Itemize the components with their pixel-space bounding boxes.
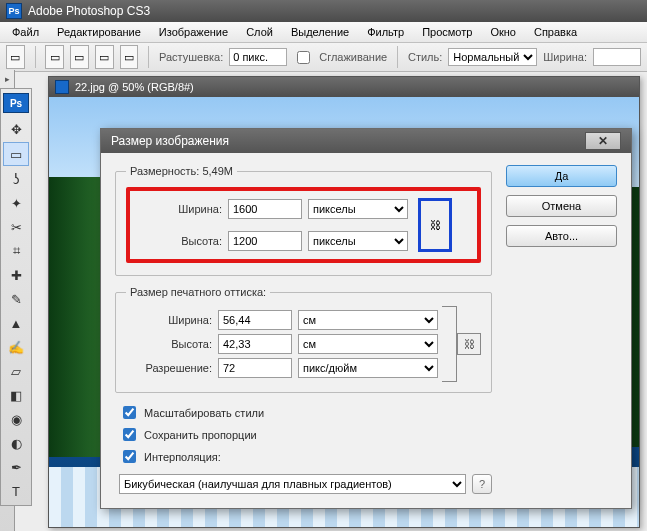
constrain-checkbox-label[interactable]: Сохранить пропорции <box>119 425 492 444</box>
toolbox: Ps ✥ ▭ ʖ ✦ ✂ ⌗ ✚ ✎ ▲ ✍ ▱ ◧ ◉ ◐ ✒ T <box>0 88 32 506</box>
dialog-titlebar[interactable]: Размер изображения ✕ <box>101 129 631 153</box>
scale-styles-checkbox[interactable] <box>123 406 136 419</box>
separator <box>35 46 36 68</box>
close-button[interactable]: ✕ <box>585 132 621 150</box>
auto-button[interactable]: Авто... <box>506 225 617 247</box>
document-title: 22.jpg @ 50% (RGB/8#) <box>75 81 194 93</box>
link-icon[interactable]: ⛓ <box>457 333 481 355</box>
px-width-label: Ширина: <box>136 203 222 215</box>
feather-input[interactable] <box>229 48 287 66</box>
dialog-title: Размер изображения <box>111 134 229 148</box>
tool-pen[interactable]: ✒ <box>4 456 28 478</box>
width-input[interactable] <box>593 48 641 66</box>
document-titlebar[interactable]: 22.jpg @ 50% (RGB/8#) <box>49 77 639 97</box>
px-width-unit-select[interactable]: пикселы <box>308 199 408 219</box>
print-height-unit-select[interactable]: см <box>298 334 438 354</box>
resolution-unit-select[interactable]: пикс/дюйм <box>298 358 438 378</box>
chevron-right-icon: ▸ <box>5 74 10 84</box>
scale-styles-checkbox-label[interactable]: Масштабировать стили <box>119 403 492 422</box>
menu-edit[interactable]: Редактирование <box>49 24 149 40</box>
tool-move[interactable]: ✥ <box>4 118 28 140</box>
tool-heal[interactable]: ✚ <box>4 264 28 286</box>
tool-dodge[interactable]: ◐ <box>4 432 28 454</box>
app-title: Adobe Photoshop CS3 <box>28 4 150 18</box>
app-logo-icon: Ps <box>6 3 22 19</box>
resample-checkbox[interactable] <box>123 450 136 463</box>
tool-preset-icon[interactable]: ▭ <box>6 45 25 69</box>
tool-history-brush[interactable]: ✍ <box>4 336 28 358</box>
subtract-selection-icon[interactable]: ▭ <box>95 45 114 69</box>
separator <box>148 46 149 68</box>
px-height-input[interactable] <box>228 231 302 251</box>
tool-brush[interactable]: ✎ <box>4 288 28 310</box>
menu-select[interactable]: Выделение <box>283 24 357 40</box>
tool-type[interactable]: T <box>4 480 28 502</box>
separator <box>397 46 398 68</box>
resolution-label: Разрешение: <box>126 362 212 374</box>
help-icon[interactable]: ? <box>472 474 492 494</box>
style-label: Стиль: <box>408 51 442 63</box>
print-height-label: Высота: <box>126 338 212 350</box>
ok-button[interactable]: Да <box>506 165 617 187</box>
menu-image[interactable]: Изображение <box>151 24 236 40</box>
add-selection-icon[interactable]: ▭ <box>70 45 89 69</box>
tool-lasso[interactable]: ʖ <box>4 168 28 190</box>
feather-label: Растушевка: <box>159 51 223 63</box>
print-size-legend: Размер печатного оттиска: <box>126 286 270 298</box>
constrain-checkbox[interactable] <box>123 428 136 441</box>
highlight-box: Ширина: пикселы Высота: пикселы ⛓ <box>126 187 481 263</box>
image-size-dialog: Размер изображения ✕ Размерность: 5,49M … <box>100 128 632 509</box>
px-height-unit-select[interactable]: пикселы <box>308 231 408 251</box>
cancel-button[interactable]: Отмена <box>506 195 617 217</box>
resolution-input[interactable] <box>218 358 292 378</box>
print-width-unit-select[interactable]: см <box>298 310 438 330</box>
tool-slice[interactable]: ⌗ <box>4 240 28 262</box>
menu-file[interactable]: Файл <box>4 24 47 40</box>
options-bar: ▭ ▭ ▭ ▭ ▭ Растушевка: Сглаживание Стиль:… <box>0 43 647 72</box>
intersect-selection-icon[interactable]: ▭ <box>120 45 139 69</box>
pixel-dimensions-legend: Размерность: 5,49M <box>126 165 237 177</box>
tool-crop[interactable]: ✂ <box>4 216 28 238</box>
menu-layer[interactable]: Слой <box>238 24 281 40</box>
px-width-input[interactable] <box>228 199 302 219</box>
menu-view[interactable]: Просмотр <box>414 24 480 40</box>
resample-checkbox-label[interactable]: Интерполяция: <box>119 447 492 466</box>
menu-filter[interactable]: Фильтр <box>359 24 412 40</box>
print-width-label: Ширина: <box>126 314 212 326</box>
menubar: Файл Редактирование Изображение Слой Выд… <box>0 22 647 43</box>
link-bracket-icon <box>442 306 457 382</box>
tool-eraser[interactable]: ▱ <box>4 360 28 382</box>
antialias-checkbox[interactable] <box>297 51 310 64</box>
highlight-link-box: ⛓ <box>418 198 452 252</box>
print-width-input[interactable] <box>218 310 292 330</box>
document-icon <box>55 80 69 94</box>
tool-stamp[interactable]: ▲ <box>4 312 28 334</box>
width-label: Ширина: <box>543 51 587 63</box>
antialias-label: Сглаживание <box>319 51 387 63</box>
style-select[interactable]: Нормальный <box>448 48 537 66</box>
interpolation-select[interactable]: Бикубическая (наилучшая для плавных град… <box>119 474 466 494</box>
print-height-input[interactable] <box>218 334 292 354</box>
print-size-group: Размер печатного оттиска: Ширина: см Выс… <box>115 286 492 393</box>
app-titlebar: Ps Adobe Photoshop CS3 <box>0 0 647 22</box>
tool-marquee[interactable]: ▭ <box>3 142 29 166</box>
new-selection-icon[interactable]: ▭ <box>45 45 64 69</box>
tool-blur[interactable]: ◉ <box>4 408 28 430</box>
tool-wand[interactable]: ✦ <box>4 192 28 214</box>
px-height-label: Высота: <box>136 235 222 247</box>
menu-window[interactable]: Окно <box>482 24 524 40</box>
dimensions-value: 5,49M <box>202 165 233 177</box>
ps-badge-icon: Ps <box>3 93 29 113</box>
pixel-dimensions-group: Размерность: 5,49M Ширина: пикселы Высот… <box>115 165 492 276</box>
tool-gradient[interactable]: ◧ <box>4 384 28 406</box>
menu-help[interactable]: Справка <box>526 24 585 40</box>
link-icon[interactable]: ⛓ <box>430 219 441 231</box>
